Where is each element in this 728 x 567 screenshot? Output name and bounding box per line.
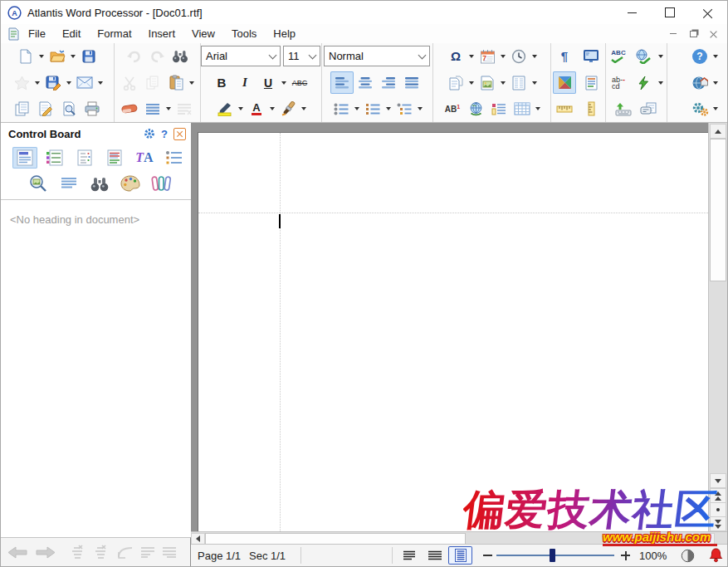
insert-image-button[interactable] xyxy=(476,71,499,94)
cb-lists-button[interactable] xyxy=(162,147,187,169)
document-page[interactable] xyxy=(198,132,709,531)
navigate-back-button[interactable] xyxy=(7,546,28,559)
menu-view[interactable]: View xyxy=(183,25,223,42)
justify-button[interactable] xyxy=(400,71,423,94)
cb-tool-button-1[interactable] xyxy=(69,545,86,560)
page-indicator[interactable]: Page 1/1 xyxy=(198,545,241,566)
control-board-close-button[interactable] xyxy=(173,128,186,140)
multilevel-list-button[interactable] xyxy=(393,98,416,120)
align-right-button[interactable] xyxy=(377,71,400,94)
dropdown-caret[interactable] xyxy=(658,55,663,58)
print-button[interactable] xyxy=(81,98,104,120)
dropdown-caret[interactable] xyxy=(418,107,423,110)
menu-tools[interactable]: Tools xyxy=(223,25,265,42)
options-button[interactable] xyxy=(688,98,711,120)
previous-page-button[interactable] xyxy=(710,488,726,503)
horizontal-ruler-button[interactable] xyxy=(553,98,576,120)
dropdown-caret[interactable] xyxy=(66,81,71,85)
dropdown-caret[interactable] xyxy=(535,107,540,110)
open-button[interactable] xyxy=(46,45,69,67)
close-button[interactable] xyxy=(689,1,727,24)
document-close-button[interactable] xyxy=(707,29,719,39)
vertical-scrollbar[interactable] xyxy=(708,123,727,531)
highlighter-button[interactable] xyxy=(213,98,237,120)
copy-button[interactable] xyxy=(141,71,164,94)
dropdown-caret[interactable] xyxy=(469,55,474,58)
cb-tool-button-2[interactable] xyxy=(92,545,109,560)
dropdown-caret[interactable] xyxy=(469,81,474,85)
dropdown-caret[interactable] xyxy=(39,55,44,58)
spellcheck-button[interactable]: ABC xyxy=(607,45,630,67)
dropdown-caret[interactable] xyxy=(35,81,40,85)
page-color-button[interactable] xyxy=(579,71,603,94)
zoom-slider[interactable] xyxy=(496,545,614,566)
underline-button[interactable]: U xyxy=(257,71,280,94)
menu-edit[interactable]: Edit xyxy=(54,25,89,42)
control-board-settings-button[interactable] xyxy=(144,128,155,139)
cb-tool-button-4[interactable] xyxy=(140,546,155,558)
document-properties-button[interactable] xyxy=(34,98,57,120)
zoom-thumb[interactable] xyxy=(550,549,555,562)
page-layout-view-button[interactable] xyxy=(448,546,472,565)
insert-symbol-button[interactable]: Ω xyxy=(444,45,467,67)
insert-hyperlink-button[interactable] xyxy=(464,98,487,120)
scroll-left-button[interactable] xyxy=(191,533,205,545)
statistics-button[interactable] xyxy=(681,545,695,566)
undo-button[interactable] xyxy=(122,45,145,67)
minimize-button[interactable] xyxy=(613,1,651,24)
autocorrect-button[interactable] xyxy=(637,98,660,120)
control-board-help-button[interactable]: ? xyxy=(161,128,168,140)
horizontal-scroll-thumb[interactable] xyxy=(205,533,466,545)
find-button[interactable] xyxy=(169,45,192,67)
zoom-out-button[interactable] xyxy=(483,545,492,566)
insert-fragment-button[interactable] xyxy=(444,71,467,94)
dropdown-caret[interactable] xyxy=(98,81,103,85)
insert-toc-button[interactable] xyxy=(487,98,511,120)
paste-button[interactable] xyxy=(164,71,188,94)
zoom-in-button[interactable] xyxy=(621,545,630,566)
cb-proofing-button[interactable] xyxy=(72,147,97,169)
cb-headings-button[interactable] xyxy=(12,147,37,169)
paragraph-formatting-button[interactable] xyxy=(141,98,164,120)
email-button[interactable] xyxy=(73,71,96,94)
hyphenation-button[interactable]: ab--cd xyxy=(607,71,630,94)
maximize-button[interactable] xyxy=(651,1,689,24)
cb-clips-button[interactable] xyxy=(149,173,173,194)
document-minimize-button[interactable] xyxy=(667,29,679,39)
autoexpand-button[interactable] xyxy=(632,71,655,94)
align-center-button[interactable] xyxy=(354,71,377,94)
website-button[interactable] xyxy=(688,71,711,94)
dropdown-caret[interactable] xyxy=(532,55,537,58)
cb-search-button[interactable] xyxy=(87,173,112,194)
menu-insert[interactable]: Insert xyxy=(140,25,184,42)
italic-button[interactable]: I xyxy=(233,71,257,94)
menu-format[interactable]: Format xyxy=(89,25,139,42)
dropdown-caret[interactable] xyxy=(301,107,306,110)
show-paragraph-marks-button[interactable]: ¶ xyxy=(553,45,576,67)
save-as-button[interactable] xyxy=(42,71,65,94)
dropdown-caret[interactable] xyxy=(532,81,537,85)
fullscreen-button[interactable] xyxy=(579,45,603,67)
align-left-button[interactable] xyxy=(330,71,354,94)
numbering-button[interactable] xyxy=(361,98,384,120)
format-painter-button[interactable] xyxy=(276,98,300,120)
dropdown-caret[interactable] xyxy=(501,55,506,58)
redo-button[interactable] xyxy=(145,45,169,67)
draft-view-button[interactable] xyxy=(397,546,421,565)
open-documents-button[interactable] xyxy=(11,98,34,120)
favorites-button[interactable] xyxy=(10,71,33,94)
document-restore-button[interactable] xyxy=(687,29,699,39)
scroll-right-button[interactable] xyxy=(701,533,715,545)
browse-object-button[interactable] xyxy=(710,502,726,517)
insert-date-button[interactable]: 7 xyxy=(476,45,499,67)
dropdown-caret[interactable] xyxy=(166,107,171,110)
insert-footnote-button[interactable]: AB1 xyxy=(441,98,464,120)
dropdown-caret[interactable] xyxy=(270,107,275,110)
next-page-button[interactable] xyxy=(710,516,726,531)
vertical-ruler-button[interactable] xyxy=(579,98,603,120)
strikethrough-button[interactable]: ABC xyxy=(288,71,311,94)
web-view-button[interactable] xyxy=(423,546,447,565)
clear-formatting-button[interactable] xyxy=(173,98,196,120)
vertical-scroll-thumb[interactable] xyxy=(710,139,726,281)
navigate-forward-button[interactable] xyxy=(35,546,56,559)
